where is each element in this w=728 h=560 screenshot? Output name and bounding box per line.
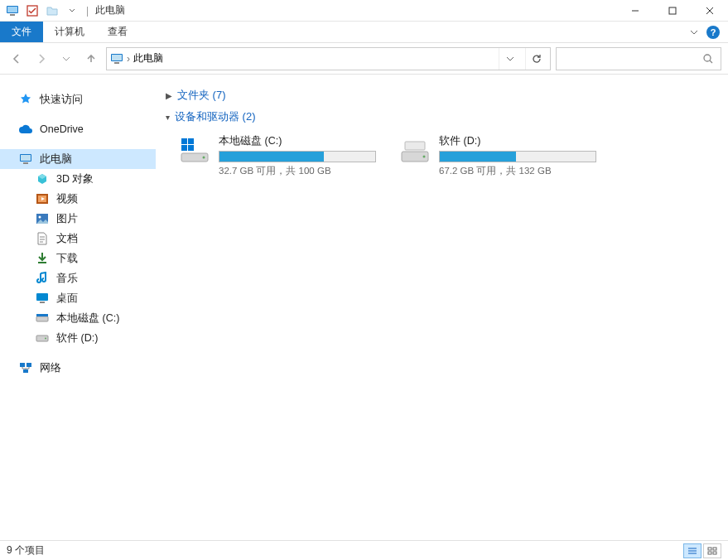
svg-rect-27 (20, 363, 25, 367)
app-icon (5, 3, 20, 18)
address-dropdown-icon[interactable] (499, 48, 520, 70)
drive-icon (35, 331, 50, 345)
nav-drive-d[interactable]: 软件 (D:) (0, 328, 156, 348)
qat-new-folder-icon[interactable] (45, 3, 60, 18)
view-details-button[interactable] (683, 543, 701, 558)
address-bar[interactable]: › 此电脑 (106, 47, 551, 70)
up-button[interactable] (81, 49, 101, 69)
minimize-button[interactable] (616, 0, 653, 22)
window-title: 此电脑 (95, 3, 125, 17)
nav-this-pc[interactable]: 此电脑 (0, 149, 156, 169)
nav-quick-access[interactable]: 快速访问 (0, 89, 156, 109)
svg-rect-24 (36, 314, 48, 316)
nav-documents[interactable]: 文档 (0, 229, 156, 249)
network-icon (18, 360, 33, 375)
svg-rect-33 (188, 138, 194, 144)
svg-rect-35 (188, 145, 194, 151)
nav-drive-c[interactable]: 本地磁盘 (C:) (0, 308, 156, 328)
recent-dropdown-icon[interactable] (56, 49, 76, 69)
tab-view-label: 查看 (108, 25, 128, 39)
close-button[interactable] (691, 0, 728, 22)
nav-downloads[interactable]: 下载 (0, 249, 156, 268)
svg-rect-1 (7, 7, 17, 12)
nav-desktop[interactable]: 桌面 (0, 288, 156, 308)
drives-list: 本地磁盘 (C:)32.7 GB 可用，共 100 GB软件 (D:)67.2 … (166, 131, 718, 181)
svg-rect-42 (708, 548, 711, 550)
music-icon (35, 271, 50, 286)
nav-label: 文档 (56, 232, 78, 246)
nav-label: 桌面 (56, 292, 78, 306)
svg-rect-28 (27, 363, 31, 367)
nav-label: 快速访问 (40, 93, 83, 107)
ribbon: 文件 计算机 查看 ? (0, 22, 728, 43)
forward-button[interactable] (31, 49, 51, 69)
desktop-icon (35, 291, 50, 306)
svg-point-11 (704, 55, 711, 61)
nav-label: 此电脑 (40, 152, 72, 167)
drive-icon (399, 134, 431, 167)
section-folders[interactable]: ▶ 文件夹 (7) (166, 88, 718, 103)
svg-point-19 (39, 216, 41, 219)
drive-icon (35, 311, 50, 326)
downloads-icon (35, 251, 50, 266)
drive-name: 软件 (D:) (439, 134, 596, 148)
title-separator: | (86, 5, 89, 17)
onedrive-icon (18, 122, 33, 137)
title-bar: | 此电脑 (0, 0, 728, 22)
svg-rect-20 (38, 262, 46, 263)
chevron-down-icon: ▾ (166, 113, 170, 122)
section-drives-label: 设备和驱动器 (2) (175, 109, 256, 124)
nav-pictures[interactable]: 图片 (0, 209, 156, 229)
nav-music[interactable]: 音乐 (0, 268, 156, 288)
chevron-right-icon: ▶ (166, 91, 172, 100)
svg-rect-45 (713, 552, 716, 554)
svg-rect-32 (181, 138, 187, 144)
help-icon[interactable]: ? (706, 26, 720, 39)
maximize-button[interactable] (653, 0, 691, 22)
pictures-icon (35, 211, 50, 226)
nav-videos[interactable]: 视频 (0, 189, 156, 209)
tab-computer[interactable]: 计算机 (43, 22, 96, 42)
nav-label: 音乐 (56, 272, 78, 286)
svg-rect-23 (36, 316, 48, 321)
svg-rect-44 (708, 552, 711, 554)
nav-label: OneDrive (40, 123, 84, 135)
nav-onedrive[interactable]: OneDrive (0, 119, 156, 139)
svg-rect-15 (23, 162, 28, 164)
objects-3d-icon (35, 171, 50, 186)
refresh-button[interactable] (525, 48, 547, 70)
nav-label: 软件 (D:) (56, 331, 98, 345)
nav-3d-objects[interactable]: 3D 对象 (0, 169, 156, 189)
qat-dropdown-icon[interactable] (65, 3, 80, 18)
tab-file[interactable]: 文件 (0, 22, 43, 42)
svg-line-12 (710, 60, 712, 63)
drive-icon (179, 134, 210, 167)
svg-rect-43 (713, 548, 716, 550)
tab-view[interactable]: 查看 (96, 22, 139, 42)
back-button[interactable] (7, 49, 27, 69)
drive-usage-bar (219, 151, 376, 162)
breadcrumb-label: 此电脑 (133, 51, 163, 65)
nav-network[interactable]: 网络 (0, 358, 156, 378)
quick-access-toolbar (0, 3, 84, 18)
documents-icon (35, 231, 50, 246)
svg-rect-38 (405, 142, 425, 150)
nav-label: 图片 (56, 212, 78, 226)
qat-properties-icon[interactable] (25, 3, 40, 18)
drive-free-text: 32.7 GB 可用，共 100 GB (219, 165, 376, 177)
svg-rect-34 (181, 145, 187, 151)
status-text: 9 个项目 (7, 543, 45, 558)
svg-point-31 (203, 157, 205, 159)
svg-rect-21 (36, 293, 48, 301)
breadcrumb[interactable]: › 此电脑 (110, 51, 163, 65)
drive-usage-bar (439, 151, 596, 162)
section-drives[interactable]: ▾ 设备和驱动器 (2) (166, 109, 718, 124)
drive-item[interactable]: 软件 (D:)67.2 GB 可用，共 132 GB (396, 131, 600, 181)
search-input[interactable] (556, 47, 721, 70)
ribbon-expand-icon[interactable] (690, 28, 698, 36)
nav-label: 下载 (56, 252, 78, 266)
drive-item[interactable]: 本地磁盘 (C:)32.7 GB 可用，共 100 GB (176, 131, 379, 181)
view-large-button[interactable] (703, 543, 721, 558)
svg-rect-22 (40, 302, 45, 303)
svg-rect-5 (669, 7, 676, 14)
